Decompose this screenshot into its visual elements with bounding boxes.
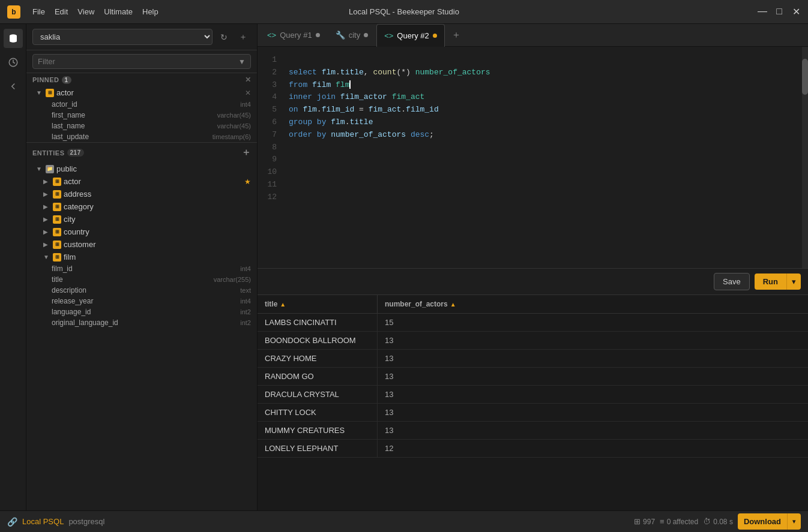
download-button-group: Download ▾: [738, 513, 801, 530]
table-row[interactable]: MUMMY CREATURES 13: [258, 422, 808, 440]
pinned-close-icon[interactable]: ✕: [245, 76, 252, 84]
table-row[interactable]: CRAZY HOME 13: [258, 350, 808, 368]
expand-arrow-icon: ▼: [43, 254, 50, 260]
save-button[interactable]: Save: [714, 273, 750, 290]
expand-arrow-icon: ▶: [43, 178, 50, 185]
main-layout: saklia ↻ ＋ ▼ PINNED 1 ✕ ▼ ⊞ actor: [0, 24, 808, 510]
table-row[interactable]: DRACULA CRYSTAL 13: [258, 386, 808, 404]
code-line-12: [282, 191, 802, 204]
menu-view[interactable]: View: [77, 7, 94, 16]
table-label: address: [64, 190, 251, 199]
db-type-label: postgresql: [68, 517, 104, 526]
editor-scrollbar[interactable]: [802, 47, 808, 268]
titlebar: b File Edit View Ultimate Help Local PSQ…: [0, 0, 808, 24]
sort-asc-icon: ▲: [450, 301, 456, 308]
refresh-button[interactable]: ↻: [216, 29, 232, 45]
run-button[interactable]: Run: [755, 273, 786, 290]
table-city[interactable]: ▶ ⊞ city: [26, 213, 257, 226]
col-type: int2: [240, 308, 251, 315]
code-editor[interactable]: 12345 678910 1112 select flm.title, coun…: [258, 47, 808, 268]
tab-label: city: [349, 31, 361, 40]
table-category[interactable]: ▶ ⊞ category: [26, 200, 257, 213]
col-last_update: last_update timestamp(6): [26, 131, 257, 142]
pinned-actor-item[interactable]: ▼ ⊞ actor ✕: [26, 86, 257, 99]
menu-file[interactable]: File: [32, 7, 45, 16]
add-tab-button[interactable]: ＋: [448, 28, 464, 43]
menu-help[interactable]: Help: [142, 7, 158, 16]
minimize-button[interactable]: —: [758, 6, 767, 17]
unpin-icon[interactable]: ✕: [245, 89, 251, 97]
results-col-title[interactable]: title ▲: [258, 295, 378, 313]
col-name: title: [52, 275, 211, 284]
table-customer[interactable]: ▶ ⊞ customer: [26, 238, 257, 251]
public-folder[interactable]: ▼ 📁 public: [26, 163, 257, 175]
run-dropdown-button[interactable]: ▾: [786, 273, 801, 290]
table-actor[interactable]: ▶ ⊞ actor ★: [26, 175, 257, 188]
pinned-section-header[interactable]: PINNED 1 ✕: [26, 73, 257, 86]
status-left: 🔗 Local PSQL postgresql: [7, 517, 627, 527]
table-icon: ⊞: [53, 228, 61, 236]
download-dropdown-button[interactable]: ▾: [787, 513, 801, 530]
activity-arrows-icon[interactable]: [4, 77, 23, 96]
activity-database-icon[interactable]: [4, 29, 23, 48]
tab-query2[interactable]: <> Query #2: [376, 24, 445, 47]
results-col-count[interactable]: number_of_actors ▲: [378, 295, 808, 313]
download-button[interactable]: Download: [738, 513, 787, 530]
table-row[interactable]: LONELY ELEPHANT 12: [258, 440, 808, 458]
table-row[interactable]: RANDOM GO 13: [258, 368, 808, 386]
cell-count: 13: [378, 368, 808, 385]
menu-ultimate[interactable]: Ultimate: [104, 7, 133, 16]
table-row[interactable]: LAMBS CINCINATTI 15: [258, 314, 808, 332]
pinned-badge: 1: [62, 76, 71, 84]
public-folder-label: public: [56, 164, 251, 173]
table-film[interactable]: ▼ ⊞ film: [26, 251, 257, 263]
tab-city[interactable]: 🔧 city: [328, 24, 376, 47]
sidebar-scroll-area: PINNED 1 ✕ ▼ ⊞ actor ✕ actor_id int4 fir…: [26, 73, 257, 510]
clock-icon: ⏱: [703, 517, 711, 526]
cell-count: 13: [378, 422, 808, 439]
close-button[interactable]: ✕: [791, 6, 801, 17]
add-connection-button[interactable]: ＋: [235, 29, 251, 45]
table-icon: ⊞: [53, 178, 61, 186]
code-line-10: [282, 166, 802, 179]
col-type: int4: [240, 265, 251, 272]
table-label: film: [64, 253, 251, 262]
entities-section-header[interactable]: ENTITIES 217 ＋: [26, 142, 257, 163]
filter-input[interactable]: [38, 57, 238, 66]
table-row[interactable]: CHITTY LOCK 13: [258, 404, 808, 422]
menu-edit[interactable]: Edit: [55, 7, 68, 16]
connection-link[interactable]: Local PSQL: [22, 517, 64, 526]
table-address[interactable]: ▶ ⊞ address: [26, 188, 257, 200]
results-header: title ▲ number_of_actors ▲: [258, 295, 808, 314]
table-icon: ⊞: [53, 215, 61, 224]
activity-history-icon[interactable]: [4, 53, 23, 72]
code-line-8: [282, 142, 802, 154]
code-content[interactable]: select flm.title, count(*) number_of_act…: [282, 47, 802, 268]
table-row[interactable]: BOONDOCK BALLROOM 13: [258, 332, 808, 350]
table-label: country: [64, 227, 251, 236]
col-language_id: language_id int2: [26, 306, 257, 317]
db-select[interactable]: saklia: [32, 29, 213, 45]
scrollbar-thumb[interactable]: [802, 59, 808, 95]
activity-bar: [0, 24, 26, 510]
col-name: first_name: [52, 111, 215, 119]
code-line-6: group by flm.title: [282, 116, 802, 129]
tab-query1[interactable]: <> Query #1: [260, 24, 327, 47]
col-name: release_year: [52, 297, 238, 305]
col-type: text: [240, 287, 251, 294]
code-line-9: [282, 154, 802, 166]
table-icon: ⊞: [53, 241, 61, 249]
results-panel: title ▲ number_of_actors ▲ LAMBS CINCINA…: [258, 294, 808, 510]
col-name: last_update: [52, 133, 210, 141]
col-type: varchar(45): [217, 112, 251, 119]
add-entity-icon[interactable]: ＋: [241, 146, 252, 159]
col-type: int4: [240, 297, 251, 305]
star-icon[interactable]: ★: [244, 178, 251, 186]
code-line-4: inner join film_actor fim_act: [282, 91, 802, 104]
row-count-item: ⊞ 997: [634, 517, 655, 526]
col-name: original_language_id: [52, 318, 238, 327]
cell-count: 13: [378, 404, 808, 421]
table-country[interactable]: ▶ ⊞ country: [26, 226, 257, 238]
maximize-button[interactable]: □: [774, 6, 784, 17]
right-panel: <> Query #1 🔧 city <> Query #2 ＋ 12345: [258, 24, 808, 510]
